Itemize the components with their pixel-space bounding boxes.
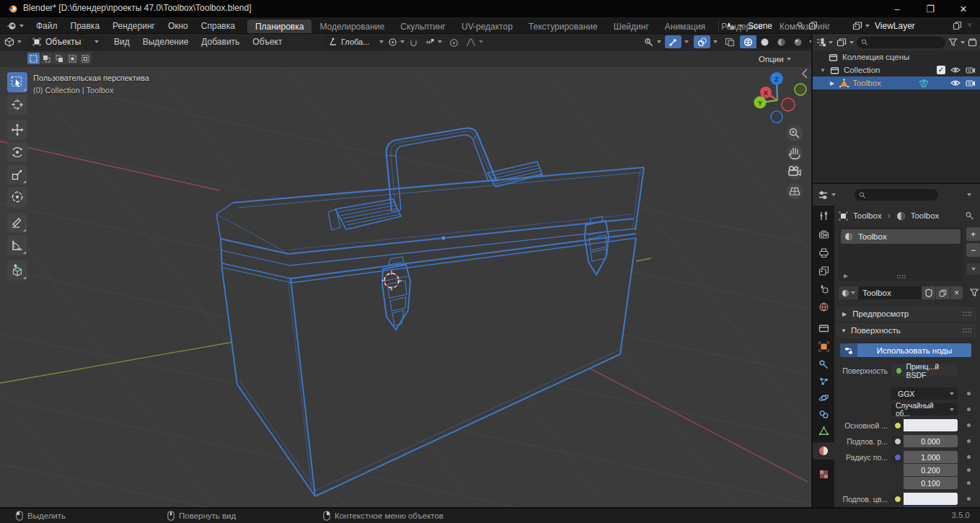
new-collection-icon[interactable] bbox=[968, 38, 977, 47]
tool-move[interactable] bbox=[7, 120, 27, 140]
decorator-dot[interactable] bbox=[967, 468, 971, 472]
tool-measure[interactable] bbox=[7, 235, 27, 255]
menu-help[interactable]: Справка bbox=[195, 17, 242, 34]
gizmos-toggle[interactable] bbox=[665, 35, 681, 48]
expand-arrow-icon[interactable]: ▶ bbox=[830, 80, 834, 87]
properties-editor-type-dropdown[interactable] bbox=[818, 190, 836, 201]
fake-user-button[interactable] bbox=[922, 286, 935, 299]
select-mode-intersect-button[interactable] bbox=[79, 53, 92, 64]
tool-annotate[interactable] bbox=[7, 213, 27, 233]
radius-z-field[interactable]: 0.100 bbox=[904, 477, 958, 489]
collection-checkbox[interactable]: ✓ bbox=[937, 66, 945, 74]
tool-options-dropdown[interactable]: Опции bbox=[759, 53, 791, 65]
breadcrumb-data[interactable]: Toolbox bbox=[911, 211, 940, 220]
subsurface-value-field[interactable]: 0.000 bbox=[904, 435, 958, 447]
zoom-button[interactable] bbox=[787, 126, 803, 141]
outliner-display-mode-dropdown[interactable] bbox=[816, 38, 833, 48]
tab-shading[interactable]: Шейдинг bbox=[606, 19, 657, 34]
decorator-dot[interactable] bbox=[967, 423, 971, 427]
editor-divider-vertical[interactable] bbox=[811, 34, 813, 509]
breadcrumb-object[interactable]: Toolbox bbox=[853, 211, 882, 220]
tool-rotate[interactable] bbox=[7, 142, 27, 162]
viewport-3d[interactable]: Z X Y bbox=[0, 67, 811, 509]
editor-divider-horizontal[interactable] bbox=[813, 183, 980, 184]
select-mode-set-button[interactable] bbox=[27, 53, 40, 64]
close-button[interactable]: ✕ bbox=[947, 0, 980, 17]
tab-material[interactable] bbox=[813, 442, 834, 460]
menu-select[interactable]: Выделение bbox=[136, 34, 195, 50]
shading-rendered-button[interactable] bbox=[790, 35, 806, 48]
scene-selector[interactable]: Scene bbox=[725, 19, 772, 32]
copy-material-button[interactable] bbox=[936, 286, 950, 299]
disable-render-camera-icon[interactable] bbox=[966, 79, 976, 87]
base-color-swatch[interactable] bbox=[904, 419, 958, 431]
proportional-editing-icon[interactable] bbox=[449, 38, 459, 48]
sidebar-collapse-arrow[interactable] bbox=[803, 69, 807, 78]
outliner-row-scene-collection[interactable]: Коллекция сцены bbox=[813, 50, 980, 63]
outliner-filter-funnel-dropdown[interactable] bbox=[948, 38, 965, 47]
outliner-search-input[interactable] bbox=[868, 38, 941, 48]
tab-view-layer[interactable] bbox=[813, 262, 834, 279]
xray-toggle[interactable] bbox=[721, 35, 738, 48]
transform-orientation-dropdown[interactable]: Глоба... bbox=[325, 35, 388, 48]
tab-animation[interactable]: Анимация bbox=[657, 19, 713, 34]
select-mode-invert-button[interactable] bbox=[66, 53, 79, 64]
outliner-search[interactable] bbox=[857, 37, 945, 48]
proportional-falloff-dropdown[interactable] bbox=[462, 35, 487, 48]
tab-compositing[interactable]: Композитинг bbox=[772, 19, 838, 34]
menu-render[interactable]: Рендеринг bbox=[106, 17, 162, 34]
unlink-material-button[interactable]: × bbox=[950, 286, 963, 299]
copy-view-layer-icon[interactable] bbox=[953, 21, 962, 30]
tab-output[interactable] bbox=[813, 244, 834, 261]
tab-layout[interactable]: Планировка bbox=[247, 19, 312, 34]
browse-material-dropdown[interactable] bbox=[839, 286, 858, 299]
add-slot-button[interactable]: + bbox=[966, 227, 980, 241]
pin-id-icon[interactable] bbox=[964, 211, 974, 221]
tab-modeling[interactable]: Моделирование bbox=[312, 19, 392, 34]
toolbox-wireframe[interactable] bbox=[216, 128, 644, 496]
snap-magnet-icon[interactable] bbox=[409, 38, 418, 48]
tool-add-cube[interactable] bbox=[7, 260, 27, 281]
tab-scene[interactable] bbox=[813, 280, 834, 297]
decorator-dot[interactable] bbox=[967, 497, 971, 501]
viewport-canvas[interactable]: Z X Y bbox=[0, 67, 811, 509]
decorator-dot[interactable] bbox=[967, 392, 971, 395]
panel-drag-grip[interactable] bbox=[962, 311, 972, 317]
tab-physics[interactable] bbox=[813, 389, 834, 406]
tab-modifiers[interactable] bbox=[813, 356, 834, 373]
remove-slot-button[interactable]: − bbox=[966, 243, 980, 257]
tab-particles[interactable] bbox=[813, 372, 834, 390]
surface-panel-header[interactable]: ▼ Поверхность bbox=[836, 323, 976, 338]
tool-cursor[interactable] bbox=[7, 95, 27, 115]
view-layer-selector[interactable]: ViewLayer bbox=[852, 19, 915, 32]
overlays-toggle[interactable] bbox=[694, 35, 710, 48]
camera-view-button[interactable] bbox=[787, 164, 803, 180]
disable-render-camera-icon[interactable] bbox=[966, 66, 976, 74]
properties-search[interactable] bbox=[855, 189, 938, 201]
menu-window[interactable]: Окно bbox=[162, 17, 195, 34]
tab-object-data[interactable] bbox=[813, 422, 834, 439]
outliner-row-collection[interactable]: ▼ Collection ✓ bbox=[813, 63, 980, 76]
properties-search-input[interactable] bbox=[866, 190, 934, 200]
outliner-row-toolbox[interactable]: ▶ Toolbox bbox=[813, 76, 980, 89]
use-nodes-button[interactable]: Использовать ноды bbox=[857, 343, 971, 357]
tool-scale[interactable] bbox=[7, 164, 27, 185]
radius-y-field[interactable]: 0.200 bbox=[904, 464, 958, 476]
tab-world[interactable] bbox=[813, 298, 834, 315]
tab-sculpting[interactable]: Скульптинг bbox=[392, 19, 454, 34]
navigation-gizmo[interactable]: Z X Y bbox=[754, 72, 807, 123]
orthographic-grid-button[interactable] bbox=[787, 183, 803, 199]
shading-wireframe-button[interactable] bbox=[740, 35, 756, 48]
shading-material-button[interactable] bbox=[773, 35, 790, 48]
material-name-field[interactable]: Toolbox bbox=[858, 286, 922, 299]
menu-file[interactable]: Файл bbox=[30, 17, 64, 34]
tab-collection-props[interactable] bbox=[813, 319, 834, 336]
outliner-filter-dropdown[interactable] bbox=[836, 38, 854, 48]
mode-dropdown[interactable]: Объекты bbox=[28, 35, 103, 48]
hide-eye-icon[interactable] bbox=[950, 79, 961, 87]
maximize-button[interactable]: ❐ bbox=[914, 0, 947, 17]
surface-shader-widget[interactable]: Принц...й BSDF bbox=[891, 364, 958, 377]
select-mode-subtract-button[interactable] bbox=[53, 53, 66, 64]
menu-edit[interactable]: Правка bbox=[64, 17, 107, 34]
preview-panel-header[interactable]: ▶ Предпросмотр bbox=[836, 307, 976, 321]
